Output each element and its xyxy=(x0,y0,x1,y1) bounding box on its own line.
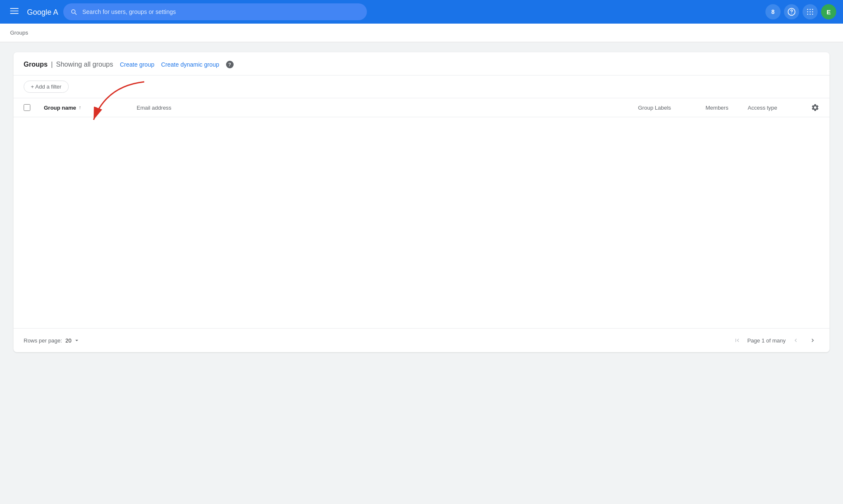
pagination-section: Page 1 of many xyxy=(730,334,819,347)
support-icon-btn[interactable]: 8 xyxy=(765,4,781,19)
help-circle-icon xyxy=(787,8,796,16)
help-icon-btn[interactable] xyxy=(784,4,799,19)
first-page-button[interactable] xyxy=(730,334,744,347)
svg-point-7 xyxy=(810,9,811,10)
sort-arrow-icon[interactable]: ↑ xyxy=(79,105,81,111)
svg-point-13 xyxy=(810,14,811,15)
filter-bar: + Add a filter xyxy=(13,75,830,98)
first-page-icon xyxy=(734,337,741,344)
group-labels-label: Group Labels xyxy=(638,105,671,111)
hamburger-menu-icon[interactable] xyxy=(7,3,22,21)
select-all-checkbox[interactable] xyxy=(24,104,30,111)
email-address-label: Email address xyxy=(137,105,171,111)
svg-point-10 xyxy=(810,11,811,13)
next-page-icon xyxy=(809,337,816,344)
breadcrumb: Groups xyxy=(0,24,843,42)
svg-point-11 xyxy=(812,11,813,13)
prev-page-icon xyxy=(792,337,799,344)
svg-point-8 xyxy=(812,9,813,10)
topnav-icons: 8 E xyxy=(765,4,836,19)
breadcrumb-label: Groups xyxy=(10,30,28,36)
user-avatar[interactable]: E xyxy=(821,4,836,19)
col-header-settings[interactable] xyxy=(803,103,819,112)
main-content: Groups | Showing all groups Create group… xyxy=(0,42,843,362)
card-footer: Rows per page: 20 Page 1 of many xyxy=(13,328,830,352)
apps-grid-icon xyxy=(806,8,814,16)
svg-rect-1 xyxy=(10,11,19,11)
group-name-label: Group name xyxy=(44,105,76,111)
col-header-email: Email address xyxy=(137,105,638,111)
col-header-labels: Group Labels xyxy=(638,105,706,111)
rows-per-page-label: Rows per page: xyxy=(24,337,62,344)
table-body xyxy=(13,117,830,328)
google-admin-logo: Google Admin xyxy=(27,7,58,17)
prev-page-button[interactable] xyxy=(789,334,803,347)
svg-point-9 xyxy=(807,11,808,13)
search-icon xyxy=(70,8,77,16)
svg-text:Google Admin: Google Admin xyxy=(27,8,58,16)
page-info-text: Page 1 of many xyxy=(747,337,786,344)
help-icon[interactable]: ? xyxy=(226,61,234,68)
col-header-access: Access type xyxy=(748,105,803,111)
showing-all-groups-text: Showing all groups xyxy=(56,61,113,68)
create-group-link[interactable]: Create group xyxy=(120,61,154,68)
access-type-label: Access type xyxy=(748,105,777,111)
svg-point-12 xyxy=(807,14,808,15)
col-header-group-name[interactable]: Group name ↑ xyxy=(44,105,137,111)
apps-grid-icon-btn[interactable] xyxy=(803,4,818,19)
avatar-letter: E xyxy=(827,8,831,16)
groups-card: Groups | Showing all groups Create group… xyxy=(13,52,830,352)
search-bar[interactable] xyxy=(63,3,367,20)
rows-per-page-section: Rows per page: 20 xyxy=(24,337,80,344)
create-dynamic-group-link[interactable]: Create dynamic group xyxy=(161,61,219,68)
add-filter-label: + Add a filter xyxy=(31,84,62,90)
title-separator: | xyxy=(51,61,53,68)
card-header: Groups | Showing all groups Create group… xyxy=(13,52,830,75)
search-input[interactable] xyxy=(82,8,360,15)
top-navigation: Google Admin 8 E xyxy=(0,0,843,24)
col-header-members: Members xyxy=(706,105,748,111)
svg-point-5 xyxy=(792,13,792,14)
add-filter-button[interactable]: + Add a filter xyxy=(24,81,69,93)
support-label: 8 xyxy=(771,8,775,15)
rows-dropdown-icon xyxy=(73,337,80,344)
svg-rect-2 xyxy=(10,13,19,14)
table-header: Group name ↑ Email address Group Labels … xyxy=(13,98,830,117)
header-checkbox-cell[interactable] xyxy=(24,104,44,111)
card-title-section: Groups | Showing all groups xyxy=(24,61,113,68)
svg-point-14 xyxy=(812,14,813,15)
next-page-button[interactable] xyxy=(806,334,819,347)
svg-rect-0 xyxy=(10,8,19,9)
members-label: Members xyxy=(706,105,728,111)
column-settings-icon[interactable] xyxy=(811,103,819,112)
rows-per-page-select[interactable]: 20 xyxy=(65,337,80,344)
groups-title-bold: Groups xyxy=(24,61,48,68)
svg-point-6 xyxy=(807,9,808,10)
rows-per-page-value: 20 xyxy=(65,337,71,344)
